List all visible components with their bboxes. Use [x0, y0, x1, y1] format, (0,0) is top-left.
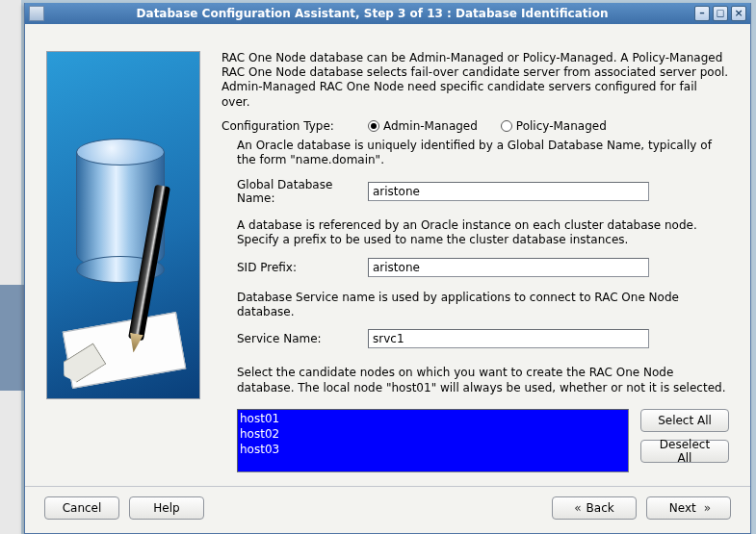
wizard-illustration: [46, 51, 200, 399]
back-button[interactable]: « Back: [552, 496, 637, 520]
chevron-left-icon: «: [574, 501, 578, 515]
wizard-footer: Cancel Help « Back Next »: [25, 486, 750, 533]
gdb-label: Global Database Name:: [237, 178, 368, 205]
window-title: Database Configuration Assistant, Step 3…: [50, 7, 694, 20]
deselect-all-button[interactable]: Deselect All: [640, 440, 729, 463]
list-item[interactable]: host01: [240, 411, 626, 426]
radio-admin-label: Admin-Managed: [383, 119, 478, 133]
sid-desc: A database is referenced by an Oracle in…: [237, 218, 729, 248]
radio-admin-managed[interactable]: Admin-Managed: [368, 119, 478, 133]
help-button[interactable]: Help: [129, 496, 204, 520]
list-item[interactable]: host03: [240, 442, 626, 457]
service-label: Service Name:: [237, 332, 368, 345]
service-name-input[interactable]: [368, 329, 649, 348]
wizard-window: Database Configuration Assistant, Step 3…: [24, 3, 751, 534]
select-all-button[interactable]: Select All: [640, 409, 729, 432]
intro-text: RAC One Node database can be Admin-Manag…: [222, 51, 729, 110]
radio-dot-icon: [368, 120, 379, 132]
chevron-right-icon: »: [704, 501, 708, 515]
close-button[interactable]: ×: [731, 6, 746, 21]
minimize-button[interactable]: –: [694, 6, 710, 21]
next-button[interactable]: Next »: [646, 496, 731, 520]
sid-prefix-input[interactable]: [368, 258, 649, 277]
maximize-button[interactable]: ◻: [713, 6, 728, 21]
radio-policy-label: Policy-Managed: [516, 119, 607, 133]
nodes-desc: Select the candidate nodes on which you …: [237, 366, 729, 395]
config-type-label: Configuration Type:: [222, 119, 368, 133]
service-desc: Database Service name is used by applica…: [237, 291, 729, 320]
titlebar: Database Configuration Assistant, Step 3…: [25, 3, 750, 24]
radio-policy-managed[interactable]: Policy-Managed: [501, 119, 607, 133]
radio-dot-icon: [501, 120, 512, 132]
app-icon: [29, 6, 44, 21]
gdb-desc: An Oracle database is uniquely identifie…: [237, 139, 729, 168]
global-database-name-input[interactable]: [368, 182, 649, 201]
list-item[interactable]: host02: [240, 426, 626, 442]
cancel-button[interactable]: Cancel: [44, 496, 119, 520]
candidate-nodes-list[interactable]: host01 host02 host03: [237, 409, 629, 472]
sid-label: SID Prefix:: [237, 261, 368, 274]
form-area: RAC One Node database can be Admin-Manag…: [222, 51, 729, 472]
